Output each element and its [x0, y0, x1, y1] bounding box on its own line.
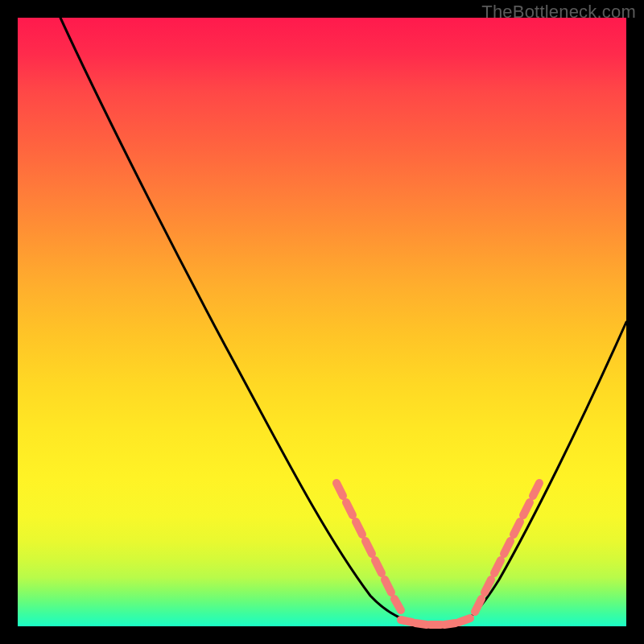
watermark-text: TheBottleneck.com — [481, 2, 636, 23]
marker-segment — [533, 483, 539, 496]
marker-segment — [485, 580, 491, 592]
marker-segment — [475, 599, 481, 612]
marker-segment — [336, 483, 343, 496]
right-ascent-markers — [475, 483, 539, 612]
marker-segment — [415, 623, 427, 625]
marker-segment — [401, 620, 412, 622]
left-descent-markers — [336, 483, 401, 610]
marker-segment — [523, 502, 530, 515]
marker-segment — [514, 522, 520, 535]
chart-svg — [0, 0, 644, 644]
curve-group — [60, 18, 626, 626]
marker-segment — [346, 502, 353, 515]
marker-segment — [356, 522, 362, 535]
marker-segment — [459, 618, 470, 622]
marker-segment — [385, 580, 391, 592]
marker-segment — [394, 599, 401, 610]
bottleneck-curve — [60, 18, 626, 626]
marker-segment — [504, 541, 510, 554]
marker-segment — [444, 623, 456, 625]
marker-segment — [365, 541, 372, 554]
marker-segment — [494, 560, 501, 573]
bottom-markers — [401, 618, 470, 625]
marker-segment — [375, 560, 382, 573]
